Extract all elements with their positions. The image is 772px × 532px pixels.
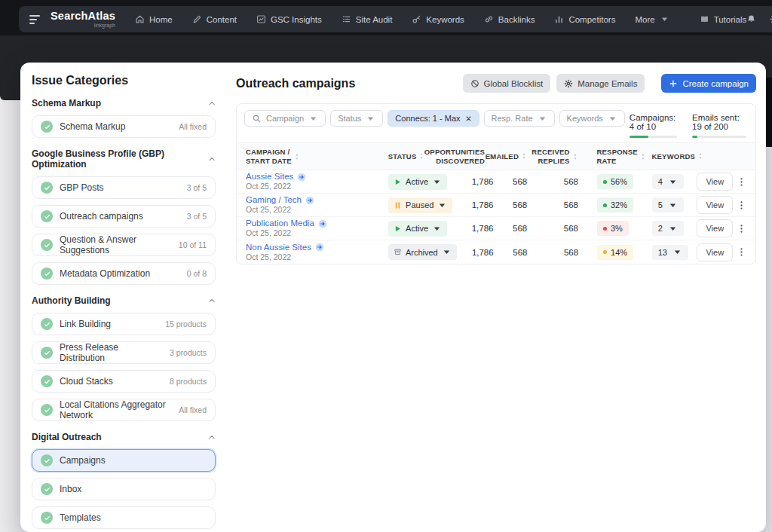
keywords-select[interactable]: 13 — [652, 245, 688, 260]
filter-campaign[interactable]: Campaign — [244, 110, 326, 127]
sidebar-section-header[interactable]: Authority Building — [32, 295, 216, 306]
response-rate-cell: 32% — [583, 197, 646, 212]
create-campaign-button[interactable]: Create campaign — [661, 74, 756, 93]
menu-icon[interactable] — [29, 15, 40, 24]
nav-item-more[interactable]: More — [635, 14, 669, 24]
filter-status[interactable]: Status — [330, 110, 383, 127]
sidebar-item-campaigns[interactable]: Campaigns — [32, 449, 216, 472]
sidebar-item-link-building[interactable]: Link Building 15 products — [32, 313, 216, 335]
status-label: Paused — [406, 200, 433, 209]
sidebar-section-header[interactable]: Google Business Profile (GBP) Optimizati… — [32, 148, 216, 170]
keywords-select[interactable]: 5 — [652, 197, 684, 212]
sort-icon — [294, 153, 300, 161]
status-select[interactable]: Active — [388, 221, 447, 237]
kebab-menu-icon[interactable] — [737, 247, 746, 257]
campaign-link[interactable]: Publication Media — [246, 219, 314, 228]
sidebar-section-label: Google Business Profile (GBP) Optimizati… — [32, 148, 208, 170]
open-campaign-icon[interactable] — [318, 219, 327, 228]
keywords-cell: 4 — [646, 174, 696, 189]
main-header: Outreach campaigns Global Blocklist Mana… — [236, 74, 756, 93]
sidebar-item-label: Campaigns — [60, 455, 106, 466]
view-button[interactable]: View — [697, 173, 733, 191]
keywords-select[interactable]: 2 — [652, 221, 684, 236]
column-header-label: OPPORTUNITIESDISCOVERED — [424, 148, 485, 165]
open-campaign-icon[interactable] — [315, 243, 324, 252]
sidebar-item-metadata-optimization[interactable]: Metadata Optimization 0 of 8 — [32, 262, 216, 285]
sidebar-item-inbox[interactable]: Inbox — [32, 478, 216, 500]
chevron-down-icon — [437, 200, 447, 210]
campaign-link[interactable]: Gaming / Tech — [246, 195, 302, 205]
filter-keywords[interactable]: Keywords — [559, 110, 625, 127]
nav-items: HomeContentGSC InsightsSite AuditKeyword… — [135, 14, 669, 24]
status-select[interactable]: Paused — [388, 197, 452, 213]
logo-subtitle: linkgraph — [94, 23, 115, 28]
global-blocklist-button[interactable]: Global Blocklist — [463, 74, 551, 93]
status-select[interactable]: Active — [388, 174, 447, 190]
campaign-start-date: Oct 25, 2022 — [246, 206, 291, 215]
keywords-cell: 5 — [646, 197, 696, 212]
sidebar-item-count: All fixed — [179, 122, 207, 131]
keywords-select[interactable]: 4 — [652, 174, 684, 189]
nav-item-home[interactable]: Home — [135, 14, 173, 24]
view-button[interactable]: View — [697, 243, 733, 261]
sidebar-item-schema-markup[interactable]: Schema Markup All fixed — [32, 115, 216, 138]
status-select[interactable]: Archived — [388, 244, 457, 260]
nav-item-backlinks[interactable]: Backlinks — [484, 14, 535, 24]
sidebar-section-header[interactable]: Schema Markup — [32, 98, 216, 109]
column-header-response-rate[interactable]: RESPONSERATE — [583, 148, 646, 165]
nav-item-competitors[interactable]: Competitors — [554, 14, 615, 24]
sidebar-item-gbp-posts[interactable]: GBP Posts 3 of 5 — [32, 176, 216, 199]
open-campaign-icon[interactable] — [297, 173, 306, 182]
sidebar-item-press-release-distribution[interactable]: Press Release Distribution 3 products — [32, 341, 216, 364]
sidebar-section-header[interactable]: Digital Outreach — [32, 432, 216, 442]
stats: Campaigns: 4 of 10 Emails sent: 19 of 20… — [630, 110, 746, 138]
chevron-down-icon — [442, 247, 452, 257]
page-scrollbar-thumb[interactable] — [766, 78, 772, 147]
check-circle-icon — [41, 318, 53, 330]
blocked-circle-icon — [470, 79, 479, 88]
received-replies-cell: 568 — [532, 248, 583, 257]
column-header-received-replies[interactable]: RECEIVEDREPLIES — [532, 148, 583, 165]
manage-emails-button[interactable]: Manage Emails — [556, 74, 645, 93]
campaign-cell: Publication Media Oct 25, 2022 — [246, 219, 388, 237]
filter-resp-rate[interactable]: Resp. Rate — [484, 110, 555, 127]
nav-item-keywords[interactable]: Keywords — [412, 14, 464, 24]
sidebar-item-cloud-stacks[interactable]: Cloud Stacks 8 products — [32, 370, 216, 393]
status-cell: Paused — [388, 197, 456, 213]
opportunities-discovered-cell: 1,786 — [456, 224, 498, 233]
nav-item-content[interactable]: Content — [192, 14, 237, 24]
kebab-menu-icon[interactable] — [737, 177, 746, 187]
view-cell: View — [695, 243, 733, 261]
nav-item-label: GSC Insights — [271, 15, 322, 24]
kebab-menu-icon[interactable] — [737, 224, 746, 234]
column-header-emailed[interactable]: EMAILED — [498, 152, 532, 161]
nav-item-tutorials[interactable]: Tutorials — [700, 14, 747, 24]
logo[interactable]: SearchAtlas linkgraph — [51, 11, 115, 29]
sidebar-item-templates[interactable]: Templates — [32, 506, 216, 529]
nav-item-site-audit[interactable]: Site Audit — [342, 14, 393, 24]
chevron-up-icon — [208, 155, 216, 163]
sidebar-item-local-citations-aggregator-network[interactable]: Local Citations Aggregator Network All f… — [32, 399, 216, 421]
column-header-label: RECEIVEDREPLIES — [532, 148, 569, 165]
sidebar-item-question-answer-suggestions[interactable]: Question & Answer Suggestions 10 of 11 — [32, 234, 216, 256]
content-card: Issue Categories Schema Markup Schema Ma… — [20, 63, 766, 532]
archived-status-icon — [394, 248, 402, 256]
open-campaign-icon[interactable] — [305, 196, 314, 205]
sidebar-item-label: Cloud Stacks — [60, 376, 113, 387]
nav-item-gsc-insights[interactable]: GSC Insights — [256, 14, 322, 24]
chevron-down-icon — [668, 177, 678, 187]
sidebar-section-authority-building: Authority Building Link Building 15 prod… — [32, 295, 216, 421]
column-header-campaign-start-date[interactable]: CAMPAIGN /START DATE — [246, 148, 388, 165]
filter-connecs-1-max[interactable]: Connecs: 1 - Max — [388, 110, 479, 127]
sidebar-item-outreach-campaigns[interactable]: Outreach campaigns 3 of 5 — [32, 205, 216, 228]
column-header-keywords[interactable]: KEYWORDS — [646, 152, 696, 161]
bell-icon[interactable] — [746, 14, 756, 24]
campaign-link[interactable]: Non Aussie Sites — [246, 243, 311, 252]
kebab-menu-icon[interactable] — [737, 200, 746, 210]
close-icon[interactable] — [465, 115, 472, 122]
campaign-link[interactable]: Aussie Sites — [246, 172, 293, 182]
view-button[interactable]: View — [697, 196, 733, 214]
column-header-label: RESPONSERATE — [597, 148, 638, 165]
sidebar-section-items: GBP Posts 3 of 5 Outreach campaigns 3 of… — [32, 176, 216, 285]
view-button[interactable]: View — [697, 219, 733, 237]
